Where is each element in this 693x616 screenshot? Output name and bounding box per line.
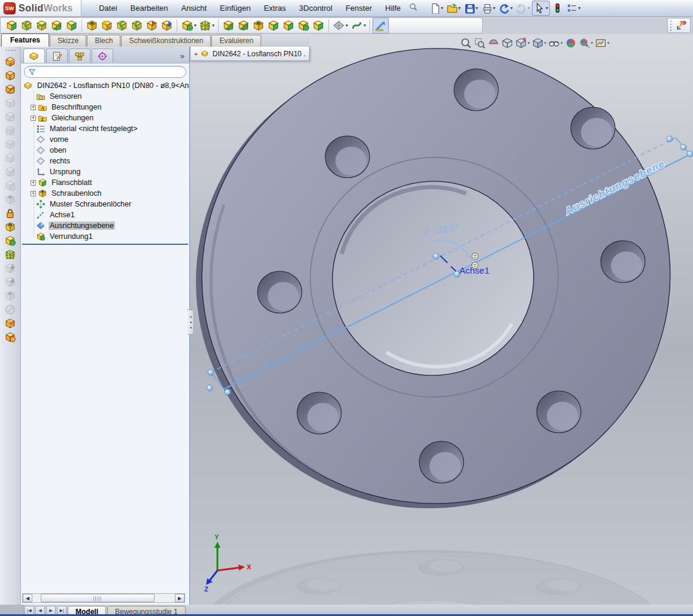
last-frame-button[interactable]: ▶|: [57, 606, 66, 615]
print-button[interactable]: ▾: [480, 1, 497, 15]
tab-features[interactable]: Features: [1, 34, 49, 47]
propertymanager-tab[interactable]: [46, 48, 68, 63]
tree-item-beschriftungen[interactable]: +ABeschriftungen: [21, 102, 189, 113]
scroll-left-arrow[interactable]: ◀: [23, 594, 32, 602]
dimxpert-tab[interactable]: [92, 48, 113, 63]
tree-item-verrundung1[interactable]: Verrundung1: [21, 231, 189, 242]
fillet-solid-button[interactable]: [2, 233, 18, 247]
menu-ansicht[interactable]: Ansicht: [174, 0, 213, 16]
undo-button[interactable]: ▾: [497, 1, 514, 15]
expand-toggle[interactable]: +: [31, 116, 36, 121]
rib-button[interactable]: [221, 18, 236, 33]
tree-item-ursprung[interactable]: Ursprung: [21, 166, 189, 177]
menu-fenster[interactable]: Fenster: [339, 0, 379, 16]
options-button[interactable]: ▾: [565, 1, 582, 15]
scrollbar-thumb[interactable]: [41, 594, 155, 602]
shell-open-button[interactable]: [2, 316, 18, 330]
hide-show-items-button[interactable]: ▾: [548, 37, 563, 49]
swept-cut-button[interactable]: [129, 18, 144, 33]
select-dropdown-icon[interactable]: ▾: [546, 5, 548, 11]
prev-frame-button[interactable]: ◀: [35, 606, 45, 615]
linear-pattern-dropdown-icon[interactable]: ▾: [212, 23, 214, 28]
print-dropdown-icon[interactable]: ▾: [493, 5, 495, 11]
tree-item-muster-schraubenlöcher[interactable]: Muster Schraubenlöcher: [21, 199, 189, 210]
tree-item-material-nicht-festgelegt-[interactable]: Material <nicht festgelegt>: [21, 123, 189, 134]
save-button[interactable]: ▾: [462, 1, 479, 15]
lock-button[interactable]: [2, 206, 18, 220]
scrollbar-track[interactable]: [32, 594, 175, 602]
new-document-button[interactable]: ▾: [428, 1, 444, 15]
tab-skizze[interactable]: Skizze: [50, 35, 86, 47]
expand-toggle[interactable]: +: [31, 105, 36, 110]
draft-button[interactable]: [236, 18, 251, 33]
tab-blech[interactable]: Blech: [87, 35, 120, 47]
lofted-boss-button[interactable]: [49, 18, 64, 33]
toolbar-drag-handle[interactable]: [670, 20, 673, 32]
expand-toggle[interactable]: +: [31, 180, 36, 186]
menu-bearbeiten[interactable]: Bearbeiten: [124, 0, 175, 16]
swept-surface-button[interactable]: [2, 54, 18, 68]
tree-item-vorne[interactable]: vorne: [21, 134, 189, 145]
cut-solid-button[interactable]: [2, 220, 18, 233]
hide-show-items-dropdown-icon[interactable]: ▾: [561, 41, 563, 45]
configurationmanager-tab[interactable]: [69, 48, 90, 63]
revolved-boss-button[interactable]: [19, 18, 34, 33]
save-dropdown-icon[interactable]: ▾: [476, 5, 478, 11]
wrap-button[interactable]: [266, 18, 281, 33]
extruded-boss-button[interactable]: [4, 18, 19, 33]
instant3d-button[interactable]: [373, 17, 389, 34]
curves-button[interactable]: ▾: [349, 18, 367, 33]
menu-extras[interactable]: Extras: [257, 0, 292, 16]
pattern-solid-button[interactable]: [2, 247, 18, 261]
linear-pattern-button[interactable]: ▾: [198, 18, 216, 33]
curves-dropdown-icon[interactable]: ▾: [364, 23, 366, 28]
rollback-bar[interactable]: [22, 244, 188, 245]
redo-dropdown-icon[interactable]: ▾: [528, 5, 530, 11]
apply-scene-button[interactable]: ▾: [579, 37, 594, 49]
apply-scene-dropdown-icon[interactable]: ▾: [591, 41, 594, 45]
new-document-dropdown-icon[interactable]: ▾: [441, 5, 443, 11]
view-orientation-button[interactable]: ▾: [515, 37, 530, 49]
loft-solid-button[interactable]: [2, 82, 18, 96]
tree-item-oben[interactable]: oben: [21, 145, 189, 156]
view-settings-button[interactable]: ▾: [595, 37, 610, 49]
panel-overflow-chevron[interactable]: »: [180, 51, 187, 63]
tree-item-ausrichtungsebene[interactable]: Ausrichtungsebene: [21, 220, 189, 231]
boundary-boss-button[interactable]: [64, 18, 79, 33]
panel-splitter-handle[interactable]: ◂◂◂: [187, 309, 194, 335]
menu-3dcontrol[interactable]: 3Dcontrol: [292, 0, 339, 16]
tab-schweißkonstruktionen[interactable]: Schweißkonstruktionen: [121, 35, 211, 47]
open-button[interactable]: ▾: [445, 1, 462, 15]
tab-bewegungsstudie-1[interactable]: Bewegungsstudie 1: [107, 606, 186, 616]
undo-dropdown-icon[interactable]: ▾: [510, 5, 513, 11]
tree-item-sensoren[interactable]: Sensoren: [21, 91, 189, 102]
menu-hilfe[interactable]: Hilfe: [379, 0, 407, 16]
tree-item-schraubenloch[interactable]: +Schraubenloch: [21, 188, 189, 199]
edit-appearance-button[interactable]: [565, 37, 577, 49]
3dcontrol-status-button[interactable]: [550, 1, 564, 15]
expand-toggle[interactable]: +: [31, 191, 36, 196]
tab-evaluieren[interactable]: Evaluieren: [211, 35, 261, 47]
zoom-to-area-button[interactable]: [474, 37, 486, 49]
menu-datei[interactable]: Datei: [92, 0, 123, 16]
3dcontrol-sketch-icon[interactable]: 3D: [674, 19, 688, 32]
tab-modell[interactable]: Modell: [68, 606, 106, 616]
redo-button[interactable]: ▾: [515, 1, 531, 15]
shell-button[interactable]: [251, 18, 266, 33]
dome-button[interactable]: [296, 18, 311, 33]
reference-geometry-dropdown-icon[interactable]: ▾: [346, 23, 348, 28]
display-style-button[interactable]: [501, 37, 513, 49]
search-icon[interactable]: [408, 2, 418, 14]
featuremanager-tab[interactable]: [23, 48, 45, 63]
section-view-button[interactable]: [488, 37, 500, 49]
tree-filter[interactable]: [24, 66, 186, 78]
mirror-button[interactable]: [311, 18, 326, 33]
toolbar-drag-handle[interactable]: [5, 49, 16, 52]
hole-wizard-button[interactable]: [99, 18, 114, 33]
fillet-button[interactable]: ▾: [180, 18, 198, 33]
fillet-dropdown-icon[interactable]: ▾: [194, 23, 196, 28]
tree-horizontal-scrollbar[interactable]: ◀ ▶: [22, 593, 185, 603]
lofted-cut-button[interactable]: [144, 18, 159, 33]
zoom-to-fit-button[interactable]: [460, 37, 472, 49]
intersect-button[interactable]: [281, 18, 296, 33]
